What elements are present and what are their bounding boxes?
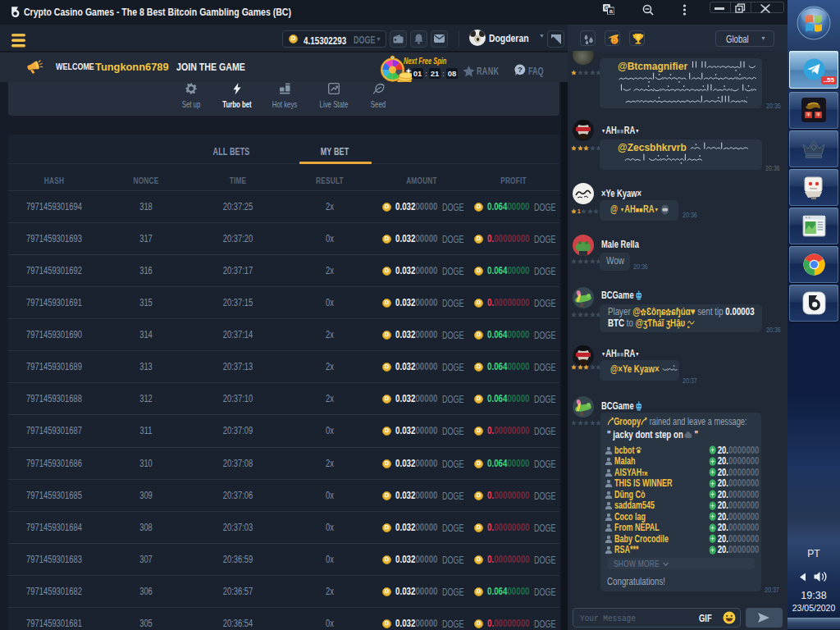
svg-text:D: D bbox=[613, 38, 617, 43]
svg-text:?: ? bbox=[518, 65, 523, 74]
